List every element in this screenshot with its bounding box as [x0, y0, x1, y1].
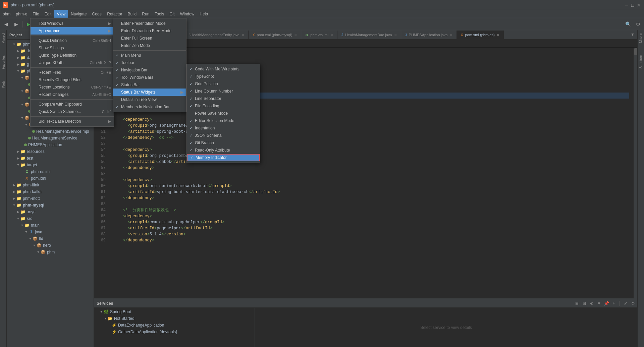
widget-line-column[interactable]: ✓ Line:Column Number	[187, 88, 260, 95]
widget-readonly-attr[interactable]: ✓ Read-Only Attribute	[187, 147, 260, 154]
menu-phm-e[interactable]: phm-e	[13, 10, 30, 18]
menu-edit[interactable]: Edit	[42, 10, 54, 18]
tree-item-ltd[interactable]: ▼ 📦 ltd	[7, 235, 94, 242]
menu-tool-windows[interactable]: Tool Windows ▶	[31, 20, 114, 27]
submenu-members-nav-bar[interactable]: ✓ Members in Navigation Bar	[113, 103, 186, 111]
services-pin[interactable]: 📌	[603, 300, 609, 306]
submenu-status-bar-widgets[interactable]: Status Bar Widgets ▶	[113, 89, 186, 96]
menu-tools[interactable]: Tools	[152, 10, 167, 18]
tab-close-button[interactable]: ✕	[497, 33, 499, 37]
web-tab[interactable]: Web	[0, 78, 6, 91]
submenu-distraction-free[interactable]: Enter Distraction Free Mode	[113, 27, 186, 35]
tab-pom-mysql[interactable]: X pom.xml (phm-mysql) ✕	[249, 31, 301, 39]
widget-indentation[interactable]: ✓ Indentation	[187, 124, 260, 132]
project-tab[interactable]: Project	[0, 30, 6, 46]
tree-item-main[interactable]: ▼ 📁 main	[7, 222, 94, 229]
tree-item-resources[interactable]: ▶ 📁 resources	[7, 148, 94, 155]
back-button[interactable]: ◀	[1, 19, 11, 29]
menu-recently-changed[interactable]: Recently Changed Files	[31, 76, 114, 83]
tree-item-phm-flink[interactable]: ▶ 📁 phm-flink	[7, 182, 94, 188]
tab-phmes-application[interactable]: J PHMESApplication.java ✕	[401, 31, 457, 39]
services-maximize[interactable]: ⤢	[623, 300, 629, 306]
menu-recent-changes[interactable]: Recent Changes Alt+Shift+C	[31, 91, 114, 98]
widget-code-with-me[interactable]: ✓ Code With Me Wire stats	[187, 65, 260, 73]
expand-tabs-button[interactable]: ▼	[628, 30, 637, 39]
editor-scrollbar[interactable]	[633, 48, 637, 298]
tab-close-button[interactable]: ✕	[241, 33, 244, 37]
search-everywhere-button[interactable]: 🔍	[623, 19, 633, 29]
widget-memory-indicator[interactable]: ✓ Memory Indicator	[187, 154, 260, 161]
widget-file-encoding[interactable]: ✓ File Encoding	[187, 102, 260, 110]
menu-bidi-text[interactable]: Bidi Text Base Direction ▶	[31, 118, 114, 125]
settings-button[interactable]: ⚙	[633, 19, 643, 29]
tree-item-target[interactable]: ▼ 📁 target	[7, 162, 94, 168]
menu-git[interactable]: Git	[167, 10, 177, 18]
menu-window[interactable]: Window	[177, 10, 197, 18]
submenu-tool-window-bars[interactable]: ✓ Tool Window Bars	[113, 74, 186, 81]
tab-close-button[interactable]: ✕	[450, 33, 452, 37]
services-collapse-all[interactable]: ⊟	[581, 300, 587, 306]
forward-button[interactable]: ▶	[11, 19, 21, 29]
menu-view[interactable]: View	[54, 10, 68, 18]
tab-health-dao[interactable]: J HealthManagementDao.java ✕	[337, 31, 401, 39]
services-springboot-group[interactable]: ▼ 🌿 Spring Boot	[94, 308, 255, 315]
menu-recent-files[interactable]: Recent Files Ctrl+E	[31, 69, 114, 76]
services-settings[interactable]: ⚙	[630, 300, 636, 306]
structure-tab[interactable]: Structure	[638, 52, 644, 71]
submenu-status-bar[interactable]: ✓ Status Bar	[113, 81, 186, 89]
menu-refactor[interactable]: Refactor	[104, 10, 125, 18]
submenu-navigation-bar[interactable]: ✓ Navigation Bar	[113, 66, 186, 74]
titlebar-controls[interactable]: ─ □ ✕	[621, 2, 644, 8]
tree-item-phm-kafka[interactable]: ▶ 📁 phm-kafka	[7, 188, 94, 195]
widget-line-separator[interactable]: ✓ Line Separator	[187, 95, 260, 102]
widget-grid-position[interactable]: ✓ Grid Position	[187, 80, 260, 88]
favorites-tab[interactable]: Favorites	[0, 53, 6, 72]
tree-item-java[interactable]: ▼ J java	[7, 229, 94, 235]
widget-git-branch[interactable]: ✓ Git Branch	[187, 139, 260, 147]
widget-editor-selection[interactable]: ✓ Editor Selection Mode	[187, 117, 260, 124]
tree-item-phm-es-iml[interactable]: ⚙ phm-es.iml	[7, 168, 94, 175]
submenu-full-screen[interactable]: Enter Full Screen	[113, 35, 186, 42]
menu-navigate[interactable]: Navigate	[68, 10, 89, 18]
menu-compare-clipboard[interactable]: Compare with Clipboard	[31, 101, 114, 108]
tree-item-phm-mysql[interactable]: ▼ 📁 phm-mysql	[7, 202, 94, 209]
services-filter[interactable]: ▼	[596, 300, 602, 306]
tree-item-src[interactable]: ▼ 📁 src	[7, 215, 94, 222]
menu-file[interactable]: File	[30, 10, 42, 18]
tree-item-pom-xml[interactable]: X pom.xml	[7, 175, 94, 182]
tree-item-phmes-app[interactable]: PHMESApplication	[7, 141, 94, 148]
services-gather-data-app[interactable]: ⚡ GatherDataApplication [devtools]	[94, 329, 255, 335]
menu-code[interactable]: Code	[90, 10, 105, 18]
tree-item-myn[interactable]: ▶ 📁 .myn	[7, 209, 94, 215]
tree-item-test[interactable]: ▶ 📁 test	[7, 155, 94, 162]
maven-tab[interactable]: Maven	[638, 30, 644, 46]
tab-phm-es-iml[interactable]: ⚙ phm-es.iml ✕	[301, 31, 337, 39]
menu-run[interactable]: Run	[139, 10, 152, 18]
menu-quick-type-def[interactable]: Quick Type Definition	[31, 52, 114, 59]
submenu-presentation-mode[interactable]: Enter Presentation Mode	[113, 20, 186, 27]
submenu-toolbar[interactable]: ✓ Toolbar	[113, 59, 186, 66]
services-not-started-group[interactable]: ▼ 📂 Not Started	[94, 315, 255, 322]
tab-close-button[interactable]: ✕	[394, 33, 397, 37]
tree-item-heal-service-impl[interactable]: HealManagementServiceImpl	[7, 128, 94, 135]
menu-help[interactable]: Help	[197, 10, 211, 18]
widget-power-save[interactable]: Power Save Mode	[187, 110, 260, 117]
menu-unique-xpath[interactable]: Unique XPath Ctrl+Alt+X, P	[31, 59, 114, 66]
menu-show-siblings[interactable]: Show Siblings	[31, 44, 114, 52]
scrollbar-thumb[interactable]	[634, 48, 637, 55]
widget-json-schema[interactable]: ✓ JSON Schema	[187, 132, 260, 139]
tree-item-phm-mqtt[interactable]: ▶ 📁 phm-mqtt	[7, 195, 94, 202]
tab-pom-xml-phm-es[interactable]: X pom.xml (phm-es) ✕	[457, 31, 504, 39]
tab-close-button[interactable]: ✕	[330, 33, 333, 37]
close-button[interactable]: ✕	[636, 2, 641, 8]
submenu-zen-mode[interactable]: Enter Zen Mode	[113, 42, 186, 49]
minimize-button[interactable]: ─	[624, 2, 629, 8]
services-group-by[interactable]: ⊗	[589, 300, 595, 306]
tree-item-heal-service[interactable]: HealManagementService	[7, 135, 94, 141]
menu-phm[interactable]: phm	[0, 10, 13, 18]
tree-item-phm-pkg[interactable]: ▼ 📦 phm	[7, 249, 94, 255]
tab-close-button[interactable]: ✕	[294, 33, 297, 37]
menu-appearance[interactable]: Appearance ▶	[31, 27, 114, 35]
submenu-main-menu[interactable]: ✓ Main Menu	[113, 52, 186, 59]
menu-quick-definition[interactable]: Quick Definition Ctrl+Shift+I	[31, 37, 114, 44]
